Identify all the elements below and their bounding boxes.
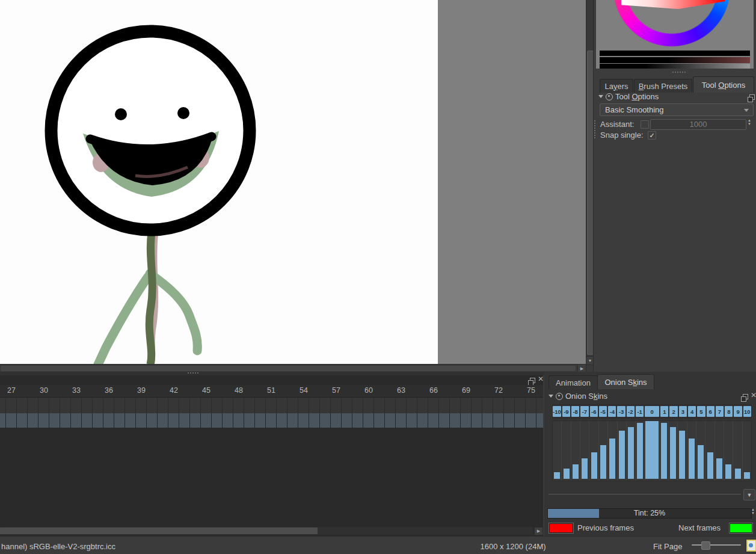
tab-layers-label: Layers	[604, 82, 628, 91]
timeline-scroll-right-icon[interactable]: ▶	[534, 527, 543, 535]
onion-opacity-bar	[609, 439, 615, 479]
canvas-viewport[interactable]	[0, 0, 586, 364]
onion-offset-button[interactable]: -4	[608, 406, 616, 417]
splitter-grip-icon[interactable]	[188, 372, 200, 374]
onion-offset-button[interactable]: -5	[599, 406, 607, 417]
tab-animation[interactable]: Animation	[549, 375, 598, 389]
onion-opacity-column[interactable]	[580, 421, 589, 481]
krita-window: ▼ ▶ ✕ 2730333639424548515457606366697275…	[0, 0, 756, 554]
close-icon[interactable]: ✕	[538, 376, 544, 382]
onion-offset-button[interactable]: 2	[669, 406, 677, 417]
onion-offset-button[interactable]: 9	[734, 406, 742, 417]
onion-offset-button[interactable]: -2	[627, 406, 635, 417]
spin-down-icon[interactable]: ▼	[751, 512, 755, 515]
onion-opacity-column[interactable]	[687, 421, 696, 481]
onion-opacity-bar	[619, 431, 625, 479]
onion-opacity-column[interactable]	[742, 421, 751, 481]
onion-opacity-column[interactable]	[696, 421, 705, 481]
onion-offset-button[interactable]: 1	[660, 406, 668, 417]
onion-offset-button[interactable]: 6	[707, 406, 715, 417]
status-bar: hannel) sRGB-elle-V2-srgbtrc.icc 1600 x …	[0, 536, 756, 554]
onion-offset-button[interactable]: -9	[562, 406, 570, 417]
snap-single-checkbox[interactable]: ✓	[648, 131, 656, 140]
float-icon[interactable]	[749, 94, 755, 100]
chevron-down-icon[interactable]: ▼	[743, 489, 755, 500]
onion-opacity-column[interactable]	[705, 421, 714, 481]
frame-number: 48	[228, 386, 250, 395]
previous-frames-color-swatch[interactable]	[549, 523, 574, 534]
canvas-thumbnail-icon[interactable]	[746, 539, 756, 552]
onion-opacity-column[interactable]	[715, 421, 724, 481]
spin-down-icon[interactable]: ▼	[748, 123, 751, 126]
splitter-grip-icon[interactable]	[672, 72, 686, 73]
drag-handle-icon[interactable]	[594, 120, 595, 140]
onion-opacity-column[interactable]	[553, 421, 561, 481]
onion-offset-button[interactable]: 4	[688, 406, 696, 417]
onion-offset-button[interactable]: 5	[697, 406, 705, 417]
timeline-scroll-handle[interactable]	[0, 528, 318, 534]
onion-opacity-column[interactable]	[645, 421, 659, 481]
shade-strip-3[interactable]	[600, 64, 750, 69]
onion-opacity-column[interactable]	[668, 421, 677, 481]
tint-spin-arrows[interactable]: ▲▼	[751, 508, 755, 515]
assistant-spinbox[interactable]: 1000	[650, 119, 746, 130]
tab-tool-options[interactable]: Tool Options	[693, 76, 754, 93]
onion-opacity-column[interactable]	[626, 421, 635, 481]
onion-offset-button[interactable]: -6	[590, 406, 598, 417]
timeline-ruler[interactable]: 2730333639424548515457606366697275	[0, 385, 543, 398]
shade-strip-1[interactable]	[600, 51, 750, 56]
canvas-hscroll-handle[interactable]	[1, 366, 576, 371]
timeline-layer-row-active[interactable]	[0, 413, 543, 428]
onion-offset-button[interactable]: 10	[743, 406, 751, 417]
onion-opacity-column[interactable]	[598, 421, 607, 481]
onion-opacity-bar	[744, 472, 750, 479]
onion-opacity-column[interactable]	[589, 421, 598, 481]
onion-offset-button[interactable]: -8	[571, 406, 579, 417]
onion-offset-button[interactable]: -3	[617, 406, 625, 417]
onion-opacity-column[interactable]	[635, 421, 644, 481]
onion-opacity-column[interactable]	[571, 421, 580, 481]
drawing-canvas[interactable]	[0, 0, 438, 364]
onion-opacity-bar	[645, 421, 659, 479]
smoothing-dropdown[interactable]: Basic Smoothing	[600, 103, 754, 116]
onion-offset-button[interactable]: 8	[725, 406, 733, 417]
previous-frames-label: Previous frames	[577, 523, 634, 532]
zoom-mode-text[interactable]: Fit Page	[653, 542, 682, 551]
timeline-scrollbar[interactable]	[0, 527, 533, 535]
onion-opacity-column[interactable]	[617, 421, 626, 481]
onion-opacity-column[interactable]	[607, 421, 616, 481]
float-icon[interactable]	[743, 394, 748, 399]
onion-opacity-bar	[661, 423, 667, 479]
onion-offset-button[interactable]: 3	[679, 406, 687, 417]
onion-offset-button[interactable]: -7	[580, 406, 588, 417]
onion-opacity-column[interactable]	[677, 421, 686, 481]
onion-offset-button[interactable]: 0	[645, 406, 659, 417]
tab-brush-presets[interactable]: Brush Presets	[634, 79, 692, 93]
next-frames-color-swatch[interactable]	[729, 523, 753, 534]
float-icon[interactable]	[530, 378, 535, 383]
onion-opacity-column[interactable]	[659, 421, 668, 481]
onion-offset-button[interactable]: -1	[636, 406, 644, 417]
onion-offset-button[interactable]: -10	[553, 406, 561, 417]
onion-opacity-bar	[725, 464, 731, 479]
onion-opacity-column[interactable]	[733, 421, 742, 481]
assistant-spin-arrows[interactable]: ▲▼	[748, 119, 751, 126]
timeline-layer-row-empty[interactable]	[0, 398, 543, 413]
onion-opacity-column[interactable]	[561, 421, 570, 481]
close-icon[interactable]: ✕	[751, 392, 756, 398]
tab-onion-skins-label: Onion Skins	[604, 378, 647, 387]
advanced-color-selector[interactable]	[596, 0, 754, 69]
collapse-arrow-icon[interactable]	[549, 395, 553, 398]
onion-opacity-column[interactable]	[724, 421, 733, 481]
onion-offset-button[interactable]: 7	[716, 406, 724, 417]
tab-layers[interactable]: Layers	[600, 79, 633, 93]
canvas-horizontal-scrollbar[interactable]	[0, 364, 586, 372]
tab-onion-skins[interactable]: Onion Skins	[597, 374, 654, 389]
assistant-checkbox[interactable]	[641, 120, 649, 129]
frame-number: 27	[1, 386, 22, 395]
collapse-arrow-icon[interactable]	[598, 95, 603, 98]
zoom-slider-handle[interactable]	[701, 541, 710, 550]
zoom-slider[interactable]	[692, 544, 741, 546]
tint-slider[interactable]: Tint: 25%	[547, 508, 752, 519]
shade-strip-2[interactable]	[600, 57, 750, 63]
